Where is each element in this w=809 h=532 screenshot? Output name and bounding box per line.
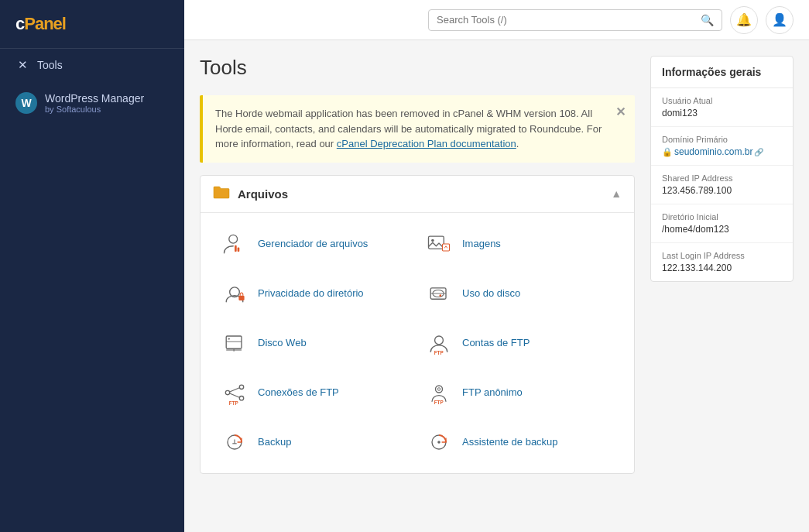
svg-point-11 xyxy=(439,294,441,297)
tool-disk-usage[interactable]: Uso do disco xyxy=(417,269,622,318)
svg-rect-1 xyxy=(238,247,240,251)
web-disk-icon xyxy=(219,328,250,359)
svg-point-4 xyxy=(431,239,434,242)
svg-point-21 xyxy=(239,396,243,400)
svg-line-23 xyxy=(230,393,240,396)
info-row-lastlogin: Last Login IP Address 122.133.144.200 xyxy=(651,243,793,281)
sidebar-item-tools[interactable]: ✕ Tools xyxy=(0,49,184,81)
wordpress-manager-text: WordPress Manager by Softaculous xyxy=(45,92,144,114)
ftp-connections-label: Conexões de FTP xyxy=(258,386,339,398)
svg-rect-2 xyxy=(235,245,237,251)
section-arquivos-toggle[interactable]: ▲ xyxy=(611,187,622,200)
domain-link[interactable]: seudominio.com.br xyxy=(674,146,752,157)
info-row-dominio: Domínio Primário 🔒seudominio.com.br🔗 xyxy=(651,127,793,166)
section-arquivos-body: Gerenciador de arquivos xyxy=(201,213,634,473)
sidebar: cPanel ✕ Tools W WordPress Manager by So… xyxy=(0,0,184,532)
svg-rect-7 xyxy=(238,295,244,300)
tool-ftp-accounts[interactable]: FTP Contas de FTP xyxy=(417,318,622,368)
main-panel: Tools The Horde webmail application has … xyxy=(200,56,635,517)
user-icon: 👤 xyxy=(772,12,787,27)
anonymous-ftp-label: FTP anônimo xyxy=(462,386,523,398)
backup-icon xyxy=(219,427,250,458)
content-area: Tools The Horde webmail application has … xyxy=(184,40,809,532)
section-arquivos-header[interactable]: Arquivos ▲ xyxy=(201,176,634,213)
svg-text:FTP: FTP xyxy=(434,400,444,405)
anonymous-ftp-icon: FTP xyxy=(423,377,454,408)
tool-anonymous-ftp[interactable]: FTP FTP anônimo xyxy=(417,368,622,417)
svg-point-32 xyxy=(437,441,440,444)
notice-close-button[interactable]: ✕ xyxy=(615,103,626,122)
info-label-ip: Shared IP Address xyxy=(662,173,782,183)
info-row-ip: Shared IP Address 123.456.789.100 xyxy=(651,166,793,204)
main-area: 🔍 🔔 👤 Tools The Horde webmail applicatio… xyxy=(184,0,809,532)
info-label-dominio: Domínio Primário xyxy=(662,135,782,144)
wordpress-manager-subtitle: by Softaculous xyxy=(45,105,144,114)
svg-text:FTP: FTP xyxy=(229,400,238,406)
svg-rect-12 xyxy=(226,336,242,348)
svg-point-20 xyxy=(239,385,243,389)
images-icon xyxy=(423,228,454,259)
tool-file-manager[interactable]: Gerenciador de arquivos xyxy=(213,219,417,269)
cpanel-logo: cPanel xyxy=(15,14,169,34)
notice-link[interactable]: cPanel Deprecation Plan documentation xyxy=(337,138,516,149)
folder-icon xyxy=(213,185,230,203)
search-icon[interactable]: 🔍 xyxy=(701,14,714,26)
external-link-icon: 🔗 xyxy=(754,148,763,156)
wordpress-logo-icon: W xyxy=(15,92,37,114)
search-bar[interactable]: 🔍 xyxy=(428,9,722,31)
notice-text: The Horde webmail application has been r… xyxy=(215,108,602,149)
cpanel-logo-text: cPanel xyxy=(15,14,66,34)
tool-web-disk[interactable]: Disco Web xyxy=(213,318,417,368)
backup-wizard-icon xyxy=(423,427,454,458)
file-manager-label: Gerenciador de arquivos xyxy=(258,238,368,249)
info-row-directory: Diretório Inicial /home4/dom123 xyxy=(651,204,793,243)
ftp-accounts-label: Contas de FTP xyxy=(462,337,530,348)
info-label-usuario: Usuário Atual xyxy=(662,96,782,105)
info-value-lastlogin: 122.133.144.200 xyxy=(662,263,782,273)
info-panel: Informações gerais Usuário Atual domi123… xyxy=(650,56,794,282)
header: 🔍 🔔 👤 xyxy=(184,0,809,40)
info-panel-title: Informações gerais xyxy=(651,57,793,88)
info-label-lastlogin: Last Login IP Address xyxy=(662,251,782,260)
sidebar-item-tools-label: Tools xyxy=(37,59,63,71)
backup-wizard-label: Assistente de backup xyxy=(462,436,558,448)
svg-point-26 xyxy=(437,387,440,390)
bell-icon: 🔔 xyxy=(736,12,752,27)
svg-point-17 xyxy=(435,336,444,345)
svg-rect-3 xyxy=(429,236,444,249)
info-label-directory: Diretório Inicial xyxy=(662,212,782,221)
tool-images[interactable]: Imagens xyxy=(417,219,622,269)
wordpress-manager-title: WordPress Manager xyxy=(45,92,144,105)
info-value-dominio: 🔒seudominio.com.br🔗 xyxy=(662,146,782,157)
svg-point-19 xyxy=(225,390,229,394)
tool-backup-wizard[interactable]: Assistente de backup xyxy=(417,417,622,467)
svg-rect-5 xyxy=(443,244,450,251)
images-label: Imagens xyxy=(462,238,501,249)
tool-backup[interactable]: Backup xyxy=(213,417,417,467)
section-header-left: Arquivos xyxy=(213,185,288,203)
svg-line-22 xyxy=(230,387,240,391)
info-value-directory: /home4/dom123 xyxy=(662,224,782,235)
web-disk-label: Disco Web xyxy=(258,337,307,348)
page-title: Tools xyxy=(200,56,635,80)
search-input[interactable] xyxy=(437,14,694,26)
svg-point-14 xyxy=(228,338,230,339)
logo-area: cPanel xyxy=(0,0,184,49)
info-value-ip: 123.456.789.100 xyxy=(662,185,782,196)
directory-privacy-label: Privacidade do diretório xyxy=(258,287,364,299)
tools-icon: ✕ xyxy=(15,58,29,72)
section-arquivos-title: Arquivos xyxy=(238,187,288,201)
svg-point-0 xyxy=(229,235,238,243)
ftp-accounts-icon: FTP xyxy=(423,328,454,359)
notice-box: The Horde webmail application has been r… xyxy=(200,95,635,163)
tool-directory-privacy[interactable]: Privacidade do diretório xyxy=(213,269,417,318)
ftp-connections-icon: FTP xyxy=(219,377,250,408)
section-arquivos: Arquivos ▲ xyxy=(200,175,635,474)
user-menu-button[interactable]: 👤 xyxy=(766,6,794,34)
tool-ftp-connections[interactable]: FTP Conexões de FTP xyxy=(213,368,417,417)
info-row-usuario: Usuário Atual domi123 xyxy=(651,88,793,127)
sidebar-item-wordpress-manager[interactable]: W WordPress Manager by Softaculous xyxy=(0,81,184,125)
disk-usage-icon xyxy=(423,278,454,309)
notifications-button[interactable]: 🔔 xyxy=(730,6,758,34)
disk-usage-label: Uso do disco xyxy=(462,287,520,299)
